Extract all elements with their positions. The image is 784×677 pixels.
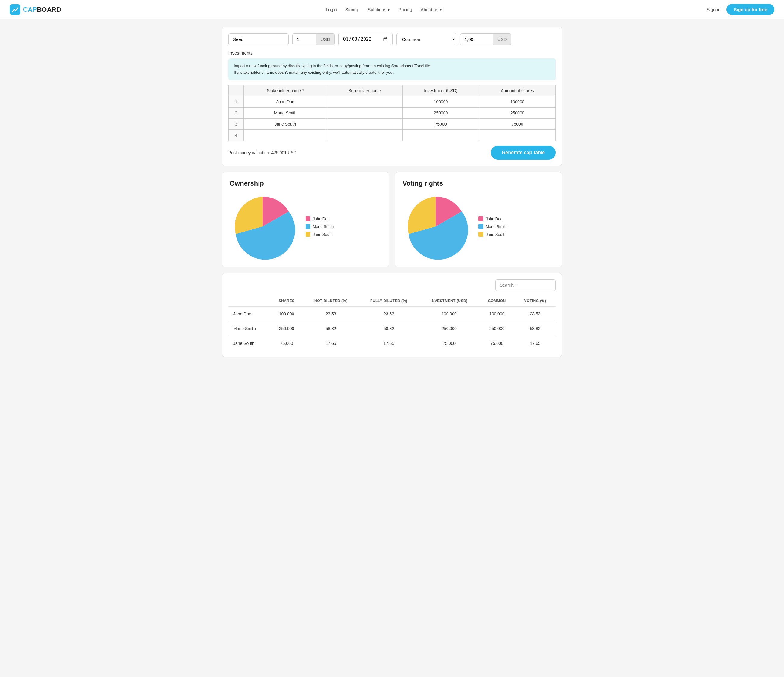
investment-4[interactable] — [402, 130, 479, 141]
voting-legend-label-marie: Marie Smith — [486, 224, 507, 229]
number-currency-group: USD — [292, 33, 335, 45]
about-link[interactable]: About us ▾ — [421, 7, 442, 12]
voting-pie — [403, 193, 469, 259]
cap-table-row-john: John Doe 100.000 23.53 23.53 100.000 100… — [229, 306, 555, 321]
table-row: 1 John Doe 100000 100000 — [229, 96, 555, 107]
row-num-3: 3 — [229, 119, 244, 130]
cap-table: SHARES NOT DILUTED (%) FULLY DILUTED (%)… — [229, 296, 555, 351]
pricing-link[interactable]: Pricing — [398, 7, 412, 12]
signup-button[interactable]: Sign up for free — [726, 4, 775, 15]
legend-label-john: John Doe — [313, 217, 330, 221]
info-line-2: If a stakeholder's name doesn't match an… — [234, 69, 550, 76]
col-header-beneficiary: Beneficiary name — [327, 85, 402, 96]
stakeholder-3[interactable]: Jane South — [244, 119, 327, 130]
voting-legend-label-john: John Doe — [486, 217, 502, 221]
voting-legend-item-jane: Jane South — [479, 232, 507, 237]
seed-input[interactable] — [229, 33, 289, 45]
cap-col-investment: INVESTMENT (USD) — [419, 296, 479, 306]
cap-col-shares: SHARES — [270, 296, 303, 306]
cap-common-jane: 75.000 — [479, 336, 515, 351]
cap-name-jane: Jane South — [229, 336, 270, 351]
price-input[interactable] — [460, 33, 493, 45]
shares-1[interactable]: 100000 — [479, 96, 555, 107]
cap-common-john: 100.000 — [479, 306, 515, 321]
beneficiary-4[interactable] — [327, 130, 402, 141]
cap-name-marie: Marie Smith — [229, 321, 270, 336]
cap-voting-marie: 58.82 — [515, 321, 555, 336]
cap-voting-jane: 17.65 — [515, 336, 555, 351]
voting-chart-inner: John Doe Marie Smith Jane South — [403, 193, 554, 259]
share-type-select[interactable]: Common Preferred Option — [396, 33, 456, 45]
form-row: USD Common Preferred Option USD — [229, 33, 555, 45]
currency-tag-2: USD — [493, 33, 512, 45]
col-header-num — [229, 85, 244, 96]
table-row: 4 — [229, 130, 555, 141]
cap-name-john: John Doe — [229, 306, 270, 321]
table-row: 2 Marie Smith 250000 250000 — [229, 107, 555, 119]
cap-fully-diluted-jane: 17.65 — [359, 336, 419, 351]
ownership-chart-card: Ownership — [222, 172, 389, 267]
logo[interactable]: CAPBOARD — [9, 4, 61, 15]
signup-link[interactable]: Signup — [345, 7, 359, 12]
ownership-legend: John Doe Marie Smith Jane South — [305, 216, 334, 237]
cap-col-name — [229, 296, 270, 306]
cap-investment-jane: 75.000 — [419, 336, 479, 351]
investments-label: Investments — [229, 50, 555, 56]
shares-2[interactable]: 250000 — [479, 107, 555, 119]
nav-links: Login Signup Solutions ▾ Pricing About u… — [71, 7, 697, 12]
cap-table-row-jane: Jane South 75.000 17.65 17.65 75.000 75.… — [229, 336, 555, 351]
currency-tag-1: USD — [316, 33, 335, 45]
ownership-chart-inner: John Doe Marie Smith Jane South — [230, 193, 381, 259]
charts-row: Ownership — [222, 172, 562, 267]
cap-table-section: SHARES NOT DILUTED (%) FULLY DILUTED (%)… — [222, 273, 562, 357]
beneficiary-1[interactable] — [327, 96, 402, 107]
cap-investment-marie: 250.000 — [419, 321, 479, 336]
cap-col-common: COMMON — [479, 296, 515, 306]
beneficiary-3[interactable] — [327, 119, 402, 130]
legend-dot-john — [305, 216, 310, 221]
price-currency-group: USD — [460, 33, 512, 45]
cap-shares-marie: 250.000 — [270, 321, 303, 336]
cap-table-row-marie: Marie Smith 250.000 58.82 58.82 250.000 … — [229, 321, 555, 336]
form-section: USD Common Preferred Option USD Investme… — [222, 26, 562, 166]
login-link[interactable]: Login — [326, 7, 337, 12]
cap-col-fully-diluted: FULLY DILUTED (%) — [359, 296, 419, 306]
post-money-label: Post-money valuation: 425.001 USD — [229, 150, 297, 155]
voting-legend-item-john: John Doe — [479, 216, 507, 221]
cap-not-diluted-jane: 17.65 — [303, 336, 359, 351]
ownership-pie — [230, 193, 296, 259]
shares-4[interactable] — [479, 130, 555, 141]
number-input[interactable] — [292, 33, 316, 45]
date-input[interactable] — [338, 33, 393, 45]
legend-item-marie: Marie Smith — [305, 224, 334, 229]
cap-table-header — [229, 279, 555, 291]
generate-button[interactable]: Generate cap table — [491, 146, 555, 160]
investment-1[interactable]: 100000 — [402, 96, 479, 107]
col-header-investment: Investment (USD) — [402, 85, 479, 96]
search-input[interactable] — [495, 279, 555, 291]
stakeholder-4[interactable] — [244, 130, 327, 141]
sign-in-button[interactable]: Sign in — [706, 7, 720, 12]
legend-dot-marie — [305, 224, 310, 229]
voting-legend-dot-jane — [479, 232, 483, 237]
cap-fully-diluted-john: 23.53 — [359, 306, 419, 321]
beneficiary-2[interactable] — [327, 107, 402, 119]
logo-text: CAPBOARD — [23, 6, 61, 14]
investment-2[interactable]: 250000 — [402, 107, 479, 119]
voting-legend-dot-john — [479, 216, 483, 221]
cap-shares-jane: 75.000 — [270, 336, 303, 351]
row-num-2: 2 — [229, 107, 244, 119]
voting-legend-dot-marie — [479, 224, 483, 229]
solutions-link[interactable]: Solutions ▾ — [367, 7, 390, 12]
investment-3[interactable]: 75000 — [402, 119, 479, 130]
legend-label-jane: Jane South — [313, 232, 333, 237]
voting-chart-card: Voting rights John Doe — [395, 172, 562, 267]
shares-3[interactable]: 75000 — [479, 119, 555, 130]
cap-col-not-diluted: NOT DILUTED (%) — [303, 296, 359, 306]
stakeholder-1[interactable]: John Doe — [244, 96, 327, 107]
stakeholder-2[interactable]: Marie Smith — [244, 107, 327, 119]
legend-item-john: John Doe — [305, 216, 334, 221]
investment-table: Stakeholder name * Beneficiary name Inve… — [229, 85, 555, 141]
ownership-title: Ownership — [230, 180, 381, 187]
cap-not-diluted-john: 23.53 — [303, 306, 359, 321]
